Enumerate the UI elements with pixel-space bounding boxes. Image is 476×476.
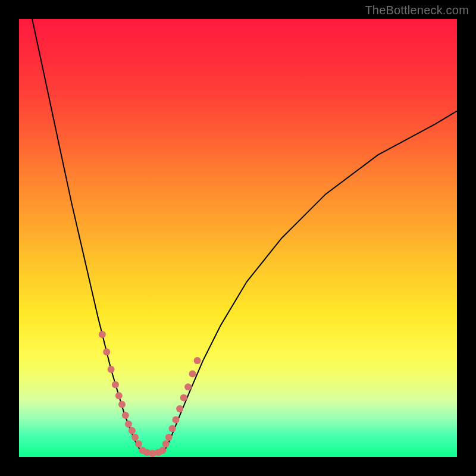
curve-layer <box>19 19 457 457</box>
marker-dot <box>131 434 139 441</box>
marker-dot <box>129 427 136 434</box>
marker-dot <box>162 440 170 447</box>
marker-dot <box>108 366 115 373</box>
marker-dot <box>176 405 183 412</box>
marker-dot <box>169 425 176 432</box>
marker-dot <box>135 440 142 447</box>
marker-dot <box>184 383 192 390</box>
plot-area <box>19 19 457 457</box>
curve-left-branch <box>32 19 142 453</box>
marker-dot <box>159 447 166 454</box>
marker-dot <box>173 416 180 423</box>
marker-dot <box>112 381 119 389</box>
curve-right-branch <box>164 111 457 453</box>
marker-dot <box>115 392 123 399</box>
marker-dot <box>103 348 110 355</box>
marker-dot <box>118 401 126 408</box>
marker-dot <box>122 412 129 419</box>
marker-dot <box>165 434 173 441</box>
marker-dot <box>194 357 201 364</box>
marker-dot <box>189 370 196 377</box>
watermark-text: TheBottleneck.com <box>365 4 469 17</box>
marker-dots <box>99 331 201 457</box>
chart-frame: TheBottleneck.com <box>0 0 476 476</box>
marker-dot <box>180 394 187 402</box>
marker-dot <box>99 331 106 338</box>
base-green-band <box>19 455 457 457</box>
marker-dot <box>125 421 132 428</box>
